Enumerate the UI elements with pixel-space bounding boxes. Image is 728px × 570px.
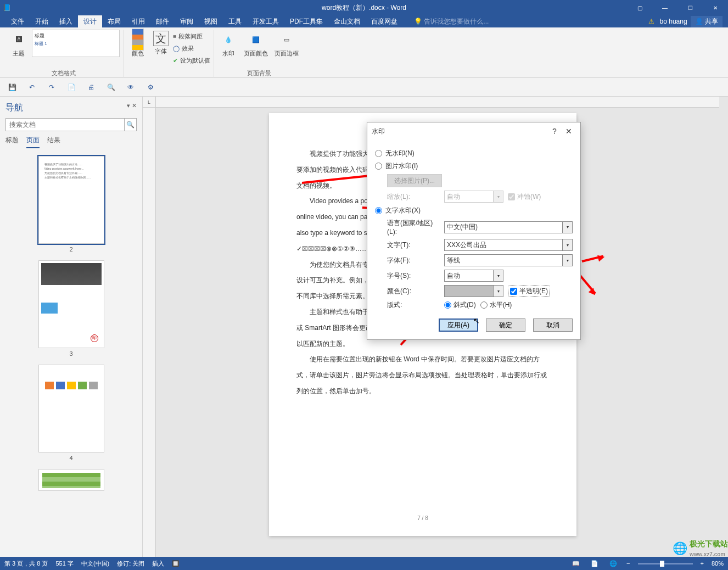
view-read-mode[interactable]: 📖 [570,559,581,568]
tab-review[interactable]: 审阅 [175,15,199,27]
save-button[interactable]: 💾 [7,82,18,93]
cancel-button[interactable]: 取消 [533,318,573,332]
status-language[interactable]: 中文(中国) [81,560,109,568]
help-button[interactable]: ? [547,127,562,136]
watermark-button[interactable]: 💧水印 [217,30,239,68]
tab-home[interactable]: 开始 [30,15,54,27]
page-thumbnails[interactable]: 视频提供了功能强大的方法……Video provides a powerful … [5,154,137,551]
set-default-button[interactable]: ✔设为默认值 [173,55,210,66]
view-print-layout[interactable]: 📄 [589,559,600,568]
user-name[interactable]: bo huang [660,18,687,25]
zoom-in-button[interactable]: + [701,560,704,567]
fonts-icon: 文 [153,31,169,46]
nav-search[interactable]: 🔍 [5,118,137,131]
tab-tools[interactable]: 工具 [223,15,247,27]
nav-tab-results[interactable]: 结果 [47,136,60,148]
nav-tab-pages[interactable]: 页面 [26,136,40,148]
font-combo[interactable]: 等线▾ [444,254,573,266]
nav-tab-headings[interactable]: 标题 [5,136,19,148]
minimize-button[interactable]: — [652,0,677,15]
themes-button[interactable]: 🅰 主题 [8,30,30,68]
annotation-arrow [582,255,604,262]
tab-references[interactable]: 引用 [126,15,150,27]
ok-button[interactable]: 确定 [486,318,525,332]
apply-button[interactable]: 应用(A) [439,318,478,332]
page-thumbnail-3[interactable]: 印 [38,260,104,348]
ribbon-group-page-background: 💧水印 🟦页面颜色 ▭页面边框 页面背景 [214,30,304,78]
dialog-titlebar[interactable]: 水印 ? ✕ [367,122,580,140]
select-picture-button: 选择图片(P)... [387,174,442,187]
zoom-slider[interactable] [638,563,693,565]
vertical-ruler[interactable] [143,108,156,557]
tab-mailings[interactable]: 邮件 [150,15,175,27]
radio-horizontal[interactable]: 水平(H) [480,300,512,310]
watermark-icon: 💧 [220,31,237,48]
tell-me-input[interactable]: 💡 告诉我您想要做什么... [414,17,489,26]
status-track-changes[interactable]: 修订: 关闭 [117,560,144,568]
maximize-button[interactable]: ☐ [677,0,703,15]
tab-layout[interactable]: 布局 [102,15,126,27]
tab-design[interactable]: 设计 [78,15,102,27]
chevron-down-icon[interactable]: ▾ [493,286,503,297]
page-color-button[interactable]: 🟦页面颜色 [242,30,270,68]
nav-tabs: 标题 页面 结果 [5,136,137,148]
qat-btn-7[interactable]: 👁 [125,82,136,93]
chevron-down-icon[interactable]: ▾ [562,255,572,266]
view-web-layout[interactable]: 🌐 [608,559,619,568]
tab-insert[interactable]: 插入 [54,15,78,27]
page-thumbnail-4[interactable] [38,365,104,452]
qat-btn-6[interactable]: 🔍 [105,82,116,93]
tab-pdf-tools[interactable]: PDF工具集 [284,15,328,27]
page-borders-button[interactable]: ▭页面边框 [272,30,301,68]
status-page[interactable]: 第 3 页，共 8 页 [4,560,48,568]
chevron-down-icon[interactable]: ▾ [562,222,572,233]
undo-button[interactable]: ↶ [26,82,37,93]
language-combo[interactable]: 中文(中国)▾ [444,221,573,233]
close-button[interactable]: ✕ [703,0,728,15]
tab-devtools[interactable]: 开发工具 [247,15,284,27]
tab-file[interactable]: 文件 [5,15,30,27]
page-thumbnail-5[interactable] [38,469,104,491]
warning-icon: ⚠ [648,18,654,25]
radio-no-watermark[interactable]: 无水印(N) [375,149,573,158]
tab-wps-docs[interactable]: 金山文档 [328,15,366,27]
text-combo[interactable]: XXX公司出品▾ [444,239,573,251]
horizontal-ruler[interactable] [156,97,719,108]
share-button[interactable]: 👤 共享 [691,16,723,27]
zoom-level[interactable]: 80% [712,560,724,567]
search-icon[interactable]: 🔍 [124,119,136,131]
qat-btn-5[interactable]: 🖨 [86,82,97,93]
ribbon-display-options-icon[interactable]: ▢ [627,0,652,15]
nav-title: 导航 ▾ ✕ [5,102,137,114]
zoom-out-button[interactable]: − [626,560,630,567]
size-combo[interactable]: 自动▾ [444,270,503,282]
chevron-down-icon[interactable]: ▾ [493,270,503,281]
paragraph-spacing-button[interactable]: ≡段落间距 [173,31,210,42]
status-insert-mode[interactable]: 插入 [152,560,164,568]
fonts-button[interactable]: 文 字体 [151,30,171,68]
mouse-cursor: ↖ [473,316,480,325]
washout-checkbox: 冲蚀(W) [508,192,541,202]
colors-button[interactable]: 颜色 [127,30,149,68]
dialog-close-button[interactable]: ✕ [562,127,576,136]
chevron-down-icon[interactable]: ▾ [562,239,572,250]
radio-text-watermark[interactable]: 文字水印(X) [375,206,573,215]
qat-btn-4[interactable]: 📄 [66,82,77,93]
search-input[interactable] [6,119,124,131]
radio-diagonal[interactable]: 斜式(D) [444,300,476,310]
tab-baidu-drive[interactable]: 百度网盘 [366,15,403,27]
qat-btn-8[interactable]: ⚙ [145,82,156,93]
workspace: 导航 ▾ ✕ 🔍 标题 页面 结果 视频提供了功能强大的方法……Video pr… [0,97,728,557]
radio-picture-watermark[interactable]: 图片水印(I) [375,161,573,171]
page-thumbnail-2[interactable]: 视频提供了功能强大的方法……Video provides a powerful … [38,156,104,244]
tab-view[interactable]: 视图 [199,15,223,27]
nav-close-icon[interactable]: ▾ ✕ [127,102,137,114]
style-gallery[interactable]: 标题 标题 1 [32,30,120,57]
color-combo[interactable]: ▾ [444,285,503,297]
effects-button[interactable]: ◯效果 [173,43,210,54]
redo-button[interactable]: ↷ [46,82,57,93]
translucent-checkbox[interactable]: 半透明(E) [508,286,550,297]
page-number: 7 / 8 [417,512,428,525]
status-bar: 第 3 页，共 8 页 551 字 中文(中国) 修订: 关闭 插入 🔲 📖 📄… [0,557,728,570]
status-words[interactable]: 551 字 [55,560,73,568]
